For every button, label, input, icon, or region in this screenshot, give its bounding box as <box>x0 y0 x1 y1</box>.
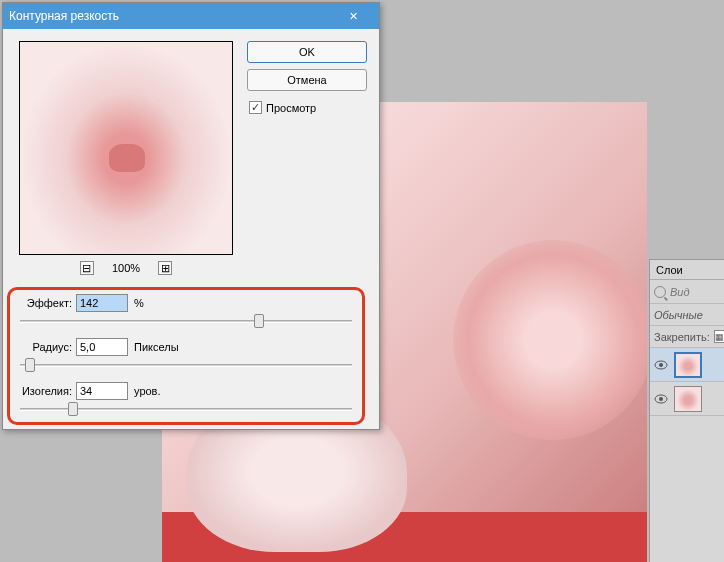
preview-checkbox[interactable]: ✓ <box>249 101 262 114</box>
layer-row-2[interactable] <box>650 382 724 416</box>
zoom-level: 100% <box>112 262 140 274</box>
effect-unit: % <box>132 297 144 309</box>
close-icon: ✕ <box>349 10 358 23</box>
effect-label: Эффект: <box>18 297 72 309</box>
dialog-title: Контурная резкость <box>9 9 119 23</box>
ok-button[interactable]: OK <box>247 41 367 63</box>
svg-point-3 <box>659 397 663 401</box>
lock-row: Закрепить: ▦ <box>650 326 724 348</box>
preview-label: Просмотр <box>266 102 316 114</box>
radius-unit: Пикселы <box>132 341 179 353</box>
layer-row-1[interactable] <box>650 348 724 382</box>
threshold-slider-thumb[interactable] <box>68 402 78 416</box>
blend-mode-dropdown[interactable]: Обычные <box>650 304 724 326</box>
visibility-icon[interactable] <box>654 358 668 372</box>
unsharp-mask-dialog: Контурная резкость ✕ ⊟ 100% ⊞ OK Отмена <box>2 2 380 430</box>
effect-slider[interactable] <box>20 313 352 331</box>
zoom-out-button[interactable]: ⊟ <box>80 261 94 275</box>
radius-input[interactable] <box>76 338 128 356</box>
preview-image[interactable] <box>19 41 233 255</box>
close-button[interactable]: ✕ <box>333 5 373 27</box>
plus-icon: ⊞ <box>161 263 170 274</box>
layers-tab[interactable]: Слои <box>650 260 724 280</box>
layers-search-input[interactable] <box>670 286 720 298</box>
layer-thumbnail[interactable] <box>674 386 702 412</box>
threshold-label: Изогелия: <box>18 385 72 397</box>
radius-label: Радиус: <box>18 341 72 353</box>
cancel-button[interactable]: Отмена <box>247 69 367 91</box>
highlighted-controls: Эффект: % Радиус: Пикселы Изогелия: уров… <box>7 287 365 425</box>
threshold-unit: уров. <box>132 385 161 397</box>
minus-icon: ⊟ <box>82 263 91 274</box>
layer-thumbnail[interactable] <box>674 352 702 378</box>
lock-transparency-icon[interactable]: ▦ <box>714 330 724 343</box>
threshold-slider[interactable] <box>20 401 352 419</box>
radius-slider[interactable] <box>20 357 352 375</box>
radius-slider-thumb[interactable] <box>25 358 35 372</box>
svg-point-1 <box>659 363 663 367</box>
lock-label: Закрепить: <box>654 331 710 343</box>
threshold-input[interactable] <box>76 382 128 400</box>
visibility-icon[interactable] <box>654 392 668 406</box>
effect-input[interactable] <box>76 294 128 312</box>
search-icon <box>654 286 666 298</box>
check-icon: ✓ <box>251 101 260 114</box>
zoom-in-button[interactable]: ⊞ <box>158 261 172 275</box>
layers-panel: Слои Обычные Закрепить: ▦ <box>649 259 724 562</box>
layers-search-row <box>650 280 724 304</box>
image-red-area <box>162 512 647 562</box>
dialog-titlebar[interactable]: Контурная резкость ✕ <box>3 3 379 29</box>
effect-slider-thumb[interactable] <box>254 314 264 328</box>
